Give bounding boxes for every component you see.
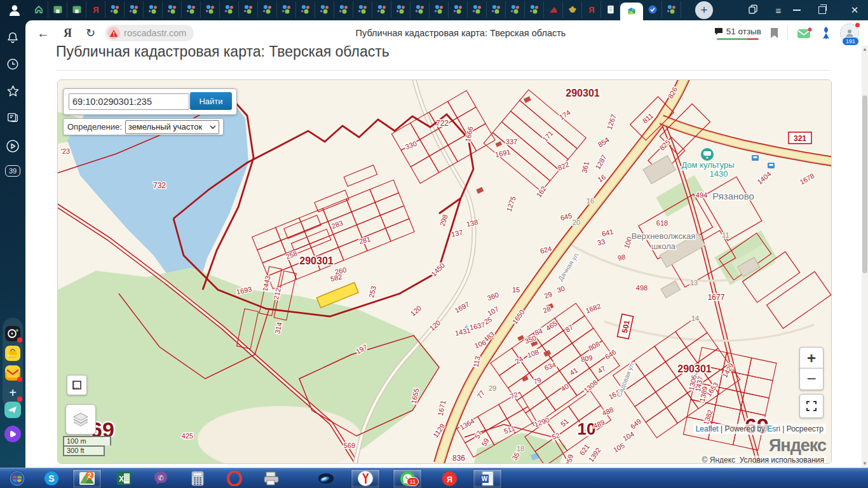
tab-count-badge[interactable]: 39 [0,165,25,177]
esri-link[interactable]: Esri [767,424,780,433]
browser-tab-30[interactable] [601,1,620,18]
taskbar-viber-button[interactable]: ✆ [146,469,175,488]
scroll-down-arrow[interactable]: ▼ [862,460,868,468]
tab-panels-icon [748,4,758,15]
taskbar-ybrowser-button[interactable] [351,469,380,488]
browser-tab-28[interactable] [563,1,582,18]
map-label: 290301 [566,88,599,98]
browser-tab-20[interactable] [410,1,430,18]
browser-tab-18[interactable] [372,1,391,18]
browser-tab-13[interactable] [277,1,296,18]
yandex-button[interactable]: Я [64,27,72,40]
divider [787,27,788,39]
browser-tab-8[interactable] [182,1,201,18]
browser-tab-33[interactable] [662,1,681,18]
map-label: 13 [690,279,698,287]
browser-tab-14[interactable] [296,1,315,18]
address-bar[interactable]: roscadastr.com [105,25,194,41]
collections-icon[interactable] [0,111,25,125]
browser-tab-1[interactable] [48,1,67,18]
browser-tab-12[interactable] [258,1,277,18]
browser-tab-11[interactable] [239,1,258,18]
layers-button[interactable] [65,404,96,435]
taskbar-skype-button[interactable]: S [37,469,66,488]
browser-tab-0[interactable] [29,1,48,18]
yandex-copyright: © Яндекс Условия использования [700,456,826,464]
taskbar-calc-button[interactable] [183,469,212,488]
browser-tab-15[interactable] [315,1,334,18]
terms-link[interactable]: Условия использования [740,456,824,464]
cadastral-number-input[interactable] [69,93,189,110]
notifications-bell-icon[interactable] [0,30,25,44]
market-app-icon[interactable]: Маркет [5,346,20,361]
browser-tab-2[interactable] [67,1,86,18]
taskbar-whatsapp-button[interactable]: 11 [393,469,422,488]
taskbar-fax-button[interactable] [257,469,286,488]
measure-tool-button[interactable] [67,375,87,395]
bookmark-flag-icon[interactable] [770,28,778,38]
cadastral-map[interactable]: 290301290301290301696910722330732'231666… [57,79,832,464]
browser-tab-6[interactable] [144,1,163,18]
minimize-button[interactable] [793,10,815,11]
browser-tab-10[interactable] [220,1,239,18]
browser-tab-24[interactable] [487,1,506,18]
taskbar-word-button[interactable]: W [473,469,502,488]
zoom-out-button[interactable]: − [799,368,824,390]
browser-tab-7[interactable] [163,1,182,18]
mail-metrica-icon[interactable] [797,27,812,39]
svg-text:321: 321 [794,134,806,143]
close-button[interactable]: ✕ [844,4,865,16]
taskbar-opera-button[interactable] [220,469,249,488]
browser-tab-9[interactable] [201,1,220,18]
browser-menu-button[interactable]: ≡ [768,5,789,16]
leaflet-link[interactable]: Leaflet [696,424,719,433]
taskbar-disk-button[interactable] [311,469,341,488]
browser-tab-22[interactable] [449,1,468,18]
browser-tab-27[interactable] [544,1,563,18]
browser-profile-button[interactable] [0,0,29,20]
browser-tab-25[interactable] [506,1,525,18]
definition-select[interactable]: земельный участок [125,120,219,134]
browser-tab-29[interactable]: Я [582,1,601,18]
security-warning-icon[interactable] [107,27,120,39]
restore-button[interactable] [818,6,840,14]
zen-app-icon[interactable] [5,326,20,341]
browser-tab-21[interactable] [430,1,449,18]
sidebar-add-button[interactable]: + [5,385,20,400]
browser-tab-5[interactable] [125,1,144,18]
mail-app-icon[interactable] [5,365,20,381]
browser-tab-16[interactable] [334,1,353,18]
profile-avatar[interactable]: 191 [840,24,859,43]
messenger-app-icon[interactable] [0,402,25,418]
taskbar-gis-button[interactable]: 2 [72,469,102,488]
browser-tab-3[interactable]: Я [86,1,105,18]
alice-assistant-icon[interactable] [0,426,25,442]
tab-panels-button[interactable] [742,4,764,17]
search-button[interactable]: Найти [190,92,232,110]
browser-tab-32[interactable] [643,1,662,18]
svg-text:Я: Я [588,5,594,15]
page-scrollbar[interactable]: ▲ ▼ [862,46,868,468]
scrollbar-thumb[interactable] [862,95,867,273]
bookmarks-star-icon[interactable] [0,84,25,98]
browser-tab-23[interactable] [468,1,487,18]
history-clock-icon[interactable] [0,57,25,71]
reviews-button[interactable]: 51 отзыв [714,27,761,40]
fullscreen-button[interactable] [799,394,824,418]
taskbar-excel-button[interactable]: X [109,469,139,488]
ribbon-icon[interactable] [821,26,831,40]
browser-tab-26[interactable] [525,1,544,18]
browser-tab-17[interactable] [353,1,372,18]
zoom-in-button[interactable]: + [799,347,824,369]
taskbar-yandex-button[interactable]: Я [435,469,464,488]
scroll-up-arrow[interactable]: ▲ [862,46,868,53]
video-play-icon[interactable] [0,139,25,154]
browser-tab-19[interactable] [391,1,410,18]
back-button[interactable]: ← [37,26,50,41]
taskbar-start-button[interactable] [3,469,32,488]
svg-text:W: W [482,475,488,482]
browser-tab-31[interactable] [620,3,643,20]
new-tab-button[interactable]: + [695,1,713,19]
browser-tab-4[interactable] [105,1,125,18]
refresh-button[interactable]: ↻ [86,26,95,40]
